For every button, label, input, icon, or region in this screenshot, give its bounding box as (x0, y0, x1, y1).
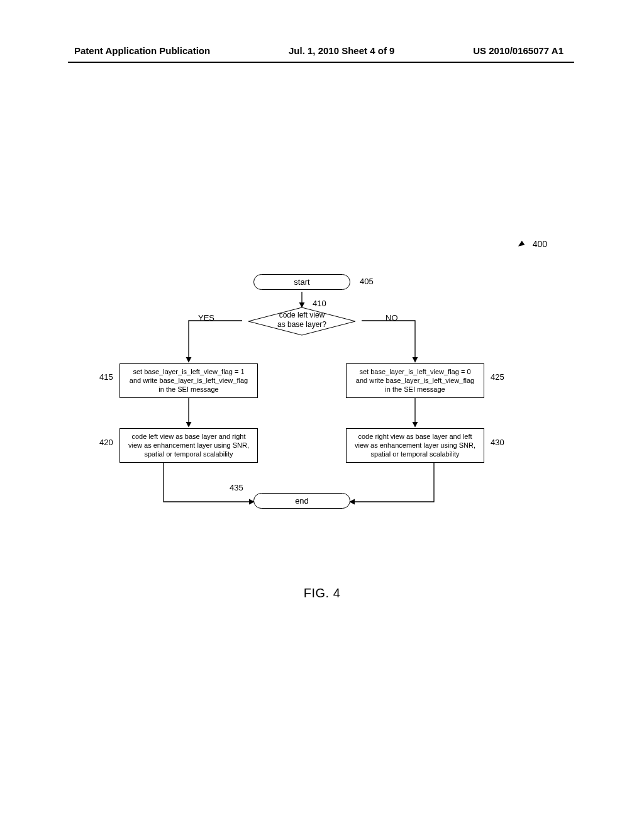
flowchart-diagram: 400 start 405 code left viewas base laye… (94, 239, 553, 572)
header-publication: Patent Application Publication (74, 45, 210, 56)
process-set-flag-0: set base_layer_is_left_view_flag = 0and … (346, 363, 484, 398)
decision-code-left-view: code left viewas base layer? (241, 306, 363, 337)
header-date-sheet: Jul. 1, 2010 Sheet 4 of 9 (289, 45, 394, 56)
ref-425: 425 (491, 372, 504, 382)
ref-410: 410 (313, 299, 326, 308)
figure-reference-400: 400 (518, 239, 547, 249)
figure-caption: FIG. 4 (0, 586, 644, 600)
header-pub-number: US 2010/0165077 A1 (473, 45, 564, 56)
process-code-left-base: code left view as base layer and rightvi… (119, 428, 258, 463)
branch-no: NO (386, 313, 398, 323)
ref-415: 415 (99, 372, 113, 382)
branch-yes: YES (198, 313, 214, 323)
process-set-flag-1: set base_layer_is_left_view_flag = 1and … (119, 363, 258, 398)
reference-arrow-icon (516, 241, 525, 248)
ref-435: 435 (230, 483, 243, 492)
ref-430: 430 (491, 438, 504, 447)
terminator-end: end (253, 493, 350, 509)
process-code-right-base: code right view as base layer and leftvi… (346, 428, 484, 463)
ref-405: 405 (360, 277, 374, 286)
ref-420: 420 (99, 438, 113, 447)
terminator-start: start (253, 274, 350, 290)
page-header: Patent Application Publication Jul. 1, 2… (0, 45, 644, 56)
header-rule (68, 62, 574, 63)
